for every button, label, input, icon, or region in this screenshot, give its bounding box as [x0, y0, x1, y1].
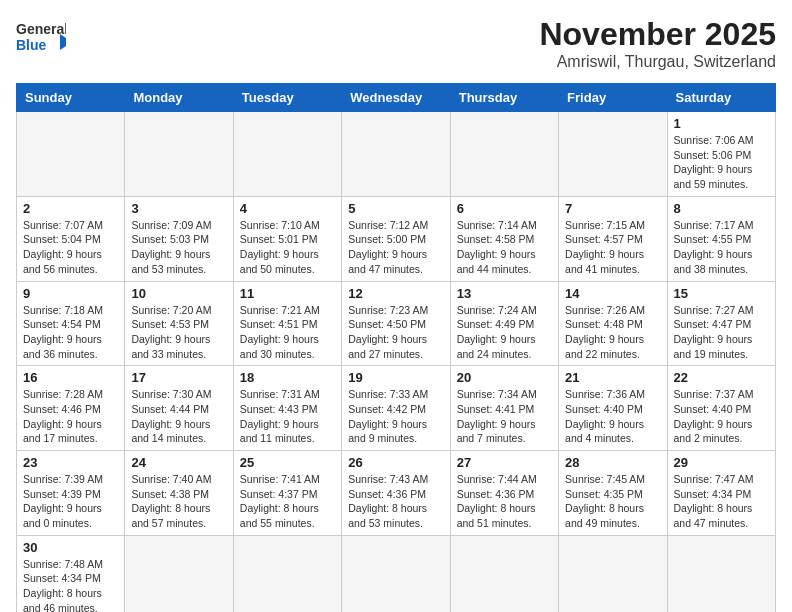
- calendar-day: 19Sunrise: 7:33 AM Sunset: 4:42 PM Dayli…: [342, 366, 450, 451]
- day-info: Sunrise: 7:37 AM Sunset: 4:40 PM Dayligh…: [674, 387, 769, 446]
- day-info: Sunrise: 7:48 AM Sunset: 4:34 PM Dayligh…: [23, 557, 118, 612]
- day-number: 17: [131, 370, 226, 385]
- day-info: Sunrise: 7:34 AM Sunset: 4:41 PM Dayligh…: [457, 387, 552, 446]
- calendar-day: 6Sunrise: 7:14 AM Sunset: 4:58 PM Daylig…: [450, 196, 558, 281]
- day-info: Sunrise: 7:14 AM Sunset: 4:58 PM Dayligh…: [457, 218, 552, 277]
- day-info: Sunrise: 7:12 AM Sunset: 5:00 PM Dayligh…: [348, 218, 443, 277]
- day-number: 30: [23, 540, 118, 555]
- day-number: 28: [565, 455, 660, 470]
- day-info: Sunrise: 7:41 AM Sunset: 4:37 PM Dayligh…: [240, 472, 335, 531]
- header-saturday: Saturday: [667, 84, 775, 112]
- calendar-day: 5Sunrise: 7:12 AM Sunset: 5:00 PM Daylig…: [342, 196, 450, 281]
- calendar-day: 16Sunrise: 7:28 AM Sunset: 4:46 PM Dayli…: [17, 366, 125, 451]
- day-info: Sunrise: 7:06 AM Sunset: 5:06 PM Dayligh…: [674, 133, 769, 192]
- logo-area: General Blue: [16, 16, 66, 56]
- day-info: Sunrise: 7:47 AM Sunset: 4:34 PM Dayligh…: [674, 472, 769, 531]
- calendar-day: [125, 112, 233, 197]
- calendar-day: 12Sunrise: 7:23 AM Sunset: 4:50 PM Dayli…: [342, 281, 450, 366]
- calendar-day: 23Sunrise: 7:39 AM Sunset: 4:39 PM Dayli…: [17, 451, 125, 536]
- logo-icon: General Blue: [16, 16, 66, 56]
- day-number: 23: [23, 455, 118, 470]
- calendar-day: 29Sunrise: 7:47 AM Sunset: 4:34 PM Dayli…: [667, 451, 775, 536]
- days-header-row: Sunday Monday Tuesday Wednesday Thursday…: [17, 84, 776, 112]
- calendar-day: [125, 535, 233, 612]
- day-info: Sunrise: 7:24 AM Sunset: 4:49 PM Dayligh…: [457, 303, 552, 362]
- day-number: 29: [674, 455, 769, 470]
- day-number: 5: [348, 201, 443, 216]
- day-number: 7: [565, 201, 660, 216]
- day-number: 3: [131, 201, 226, 216]
- day-number: 16: [23, 370, 118, 385]
- day-number: 9: [23, 286, 118, 301]
- day-number: 20: [457, 370, 552, 385]
- header-sunday: Sunday: [17, 84, 125, 112]
- svg-text:General: General: [16, 21, 66, 37]
- day-number: 15: [674, 286, 769, 301]
- day-info: Sunrise: 7:26 AM Sunset: 4:48 PM Dayligh…: [565, 303, 660, 362]
- day-info: Sunrise: 7:07 AM Sunset: 5:04 PM Dayligh…: [23, 218, 118, 277]
- calendar-day: 24Sunrise: 7:40 AM Sunset: 4:38 PM Dayli…: [125, 451, 233, 536]
- day-number: 19: [348, 370, 443, 385]
- day-number: 8: [674, 201, 769, 216]
- day-info: Sunrise: 7:30 AM Sunset: 4:44 PM Dayligh…: [131, 387, 226, 446]
- day-number: 10: [131, 286, 226, 301]
- day-info: Sunrise: 7:33 AM Sunset: 4:42 PM Dayligh…: [348, 387, 443, 446]
- calendar-day: 21Sunrise: 7:36 AM Sunset: 4:40 PM Dayli…: [559, 366, 667, 451]
- day-info: Sunrise: 7:18 AM Sunset: 4:54 PM Dayligh…: [23, 303, 118, 362]
- calendar-day: 30Sunrise: 7:48 AM Sunset: 4:34 PM Dayli…: [17, 535, 125, 612]
- day-info: Sunrise: 7:44 AM Sunset: 4:36 PM Dayligh…: [457, 472, 552, 531]
- calendar-day: [17, 112, 125, 197]
- week-row-1: 1Sunrise: 7:06 AM Sunset: 5:06 PM Daylig…: [17, 112, 776, 197]
- calendar-day: [233, 112, 341, 197]
- day-info: Sunrise: 7:09 AM Sunset: 5:03 PM Dayligh…: [131, 218, 226, 277]
- day-info: Sunrise: 7:27 AM Sunset: 4:47 PM Dayligh…: [674, 303, 769, 362]
- header: General Blue November 2025 Amriswil, Thu…: [16, 16, 776, 71]
- calendar-day: 22Sunrise: 7:37 AM Sunset: 4:40 PM Dayli…: [667, 366, 775, 451]
- calendar-day: 15Sunrise: 7:27 AM Sunset: 4:47 PM Dayli…: [667, 281, 775, 366]
- week-row-6: 30Sunrise: 7:48 AM Sunset: 4:34 PM Dayli…: [17, 535, 776, 612]
- day-number: 27: [457, 455, 552, 470]
- day-number: 2: [23, 201, 118, 216]
- day-number: 26: [348, 455, 443, 470]
- header-monday: Monday: [125, 84, 233, 112]
- calendar-day: 17Sunrise: 7:30 AM Sunset: 4:44 PM Dayli…: [125, 366, 233, 451]
- day-number: 6: [457, 201, 552, 216]
- calendar-day: 25Sunrise: 7:41 AM Sunset: 4:37 PM Dayli…: [233, 451, 341, 536]
- page-title: November 2025: [539, 16, 776, 53]
- header-wednesday: Wednesday: [342, 84, 450, 112]
- day-number: 18: [240, 370, 335, 385]
- calendar-day: [233, 535, 341, 612]
- day-info: Sunrise: 7:20 AM Sunset: 4:53 PM Dayligh…: [131, 303, 226, 362]
- day-info: Sunrise: 7:23 AM Sunset: 4:50 PM Dayligh…: [348, 303, 443, 362]
- header-friday: Friday: [559, 84, 667, 112]
- calendar-day: 27Sunrise: 7:44 AM Sunset: 4:36 PM Dayli…: [450, 451, 558, 536]
- day-number: 1: [674, 116, 769, 131]
- day-number: 4: [240, 201, 335, 216]
- day-info: Sunrise: 7:15 AM Sunset: 4:57 PM Dayligh…: [565, 218, 660, 277]
- day-info: Sunrise: 7:31 AM Sunset: 4:43 PM Dayligh…: [240, 387, 335, 446]
- calendar-day: 9Sunrise: 7:18 AM Sunset: 4:54 PM Daylig…: [17, 281, 125, 366]
- day-info: Sunrise: 7:21 AM Sunset: 4:51 PM Dayligh…: [240, 303, 335, 362]
- day-info: Sunrise: 7:45 AM Sunset: 4:35 PM Dayligh…: [565, 472, 660, 531]
- week-row-5: 23Sunrise: 7:39 AM Sunset: 4:39 PM Dayli…: [17, 451, 776, 536]
- day-number: 12: [348, 286, 443, 301]
- calendar-day: 2Sunrise: 7:07 AM Sunset: 5:04 PM Daylig…: [17, 196, 125, 281]
- calendar-day: 13Sunrise: 7:24 AM Sunset: 4:49 PM Dayli…: [450, 281, 558, 366]
- day-number: 13: [457, 286, 552, 301]
- header-thursday: Thursday: [450, 84, 558, 112]
- header-tuesday: Tuesday: [233, 84, 341, 112]
- week-row-2: 2Sunrise: 7:07 AM Sunset: 5:04 PM Daylig…: [17, 196, 776, 281]
- day-number: 25: [240, 455, 335, 470]
- calendar-day: 8Sunrise: 7:17 AM Sunset: 4:55 PM Daylig…: [667, 196, 775, 281]
- day-info: Sunrise: 7:39 AM Sunset: 4:39 PM Dayligh…: [23, 472, 118, 531]
- day-number: 22: [674, 370, 769, 385]
- calendar-day: 11Sunrise: 7:21 AM Sunset: 4:51 PM Dayli…: [233, 281, 341, 366]
- week-row-4: 16Sunrise: 7:28 AM Sunset: 4:46 PM Dayli…: [17, 366, 776, 451]
- day-info: Sunrise: 7:10 AM Sunset: 5:01 PM Dayligh…: [240, 218, 335, 277]
- calendar-day: [559, 112, 667, 197]
- day-number: 14: [565, 286, 660, 301]
- day-number: 21: [565, 370, 660, 385]
- calendar-day: [667, 535, 775, 612]
- day-info: Sunrise: 7:40 AM Sunset: 4:38 PM Dayligh…: [131, 472, 226, 531]
- calendar-day: [450, 535, 558, 612]
